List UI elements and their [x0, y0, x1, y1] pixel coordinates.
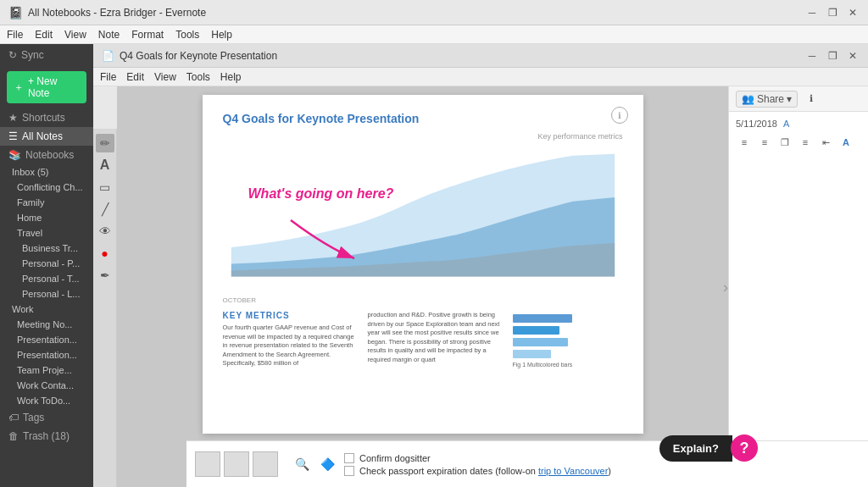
thumbnail-1[interactable]	[195, 451, 220, 477]
sidebar-inbox[interactable]: Inbox (5)	[0, 164, 93, 180]
align-right-icon[interactable]: ≡	[797, 134, 814, 151]
sidebar-item-notebooks[interactable]: 📚 Notebooks	[0, 146, 93, 164]
checkbox-2[interactable]	[344, 466, 354, 476]
inner-menu-file[interactable]: File	[100, 71, 116, 83]
check-item-1: Confirm dogsitter	[344, 453, 860, 463]
inner-minimize-button[interactable]: ─	[805, 49, 819, 63]
key-metrics-text: Our fourth quarter GAAP revenue and Cost…	[223, 324, 359, 368]
font-color-icon[interactable]: A	[837, 134, 854, 151]
x-axis-label: OCTOBER	[223, 296, 623, 304]
window-title: All Notebooks - Ezra Bridger - Evernote	[28, 7, 206, 19]
star-icon: ★	[8, 112, 18, 124]
sidebar-home[interactable]: Home	[0, 210, 93, 225]
sidebar-item-trash[interactable]: 🗑 Trash (18)	[0, 427, 93, 445]
indent-icon[interactable]: ⇤	[817, 134, 834, 151]
sync-button[interactable]: ↻ Sync	[0, 44, 93, 66]
vancouver-link[interactable]: trip to Vancouver	[538, 466, 608, 476]
share-button[interactable]: 👥 Share ▾	[736, 91, 798, 108]
inner-restore-button[interactable]: ❐	[826, 49, 839, 63]
rectangle-tool[interactable]: ▭	[96, 178, 114, 196]
bar-caption: Fig 1 Multicolored bars	[513, 362, 623, 368]
inner-menu-view[interactable]: View	[154, 71, 176, 83]
inner-title-bar: 📄 Q4 Goals for Keynote Presentation ─ ❐ …	[93, 44, 868, 68]
menu-tools[interactable]: Tools	[175, 29, 199, 41]
line-tool[interactable]: ╱	[96, 200, 114, 219]
sidebar-team-project[interactable]: Team Proje...	[0, 362, 93, 378]
checkbox-icon[interactable]: ❐	[776, 134, 793, 151]
restore-button[interactable]: ❐	[826, 6, 839, 19]
scroll-right-arrow[interactable]: ›	[723, 278, 728, 296]
pencil-tool[interactable]: ✏	[96, 134, 114, 152]
sidebar-travel[interactable]: Travel	[0, 225, 93, 241]
inner-menu-edit[interactable]: Edit	[126, 71, 144, 83]
search-icon[interactable]: 🔍	[293, 456, 310, 473]
bar-3	[513, 338, 568, 346]
tag-icon: 🏷	[8, 412, 19, 423]
sidebar-item-shortcuts[interactable]: ★ Shortcuts	[0, 108, 93, 127]
bar-row-3	[513, 338, 623, 346]
explain-button[interactable]: Explain?	[659, 435, 728, 462]
document-area[interactable]: ℹ Q4 Goals for Keynote Presentation Key …	[117, 86, 728, 487]
info-icon: ℹ	[611, 107, 628, 124]
menu-edit[interactable]: Edit	[35, 29, 53, 41]
sidebar-family[interactable]: Family	[0, 195, 93, 210]
new-note-button[interactable]: ＋ + New Note	[7, 71, 86, 103]
sidebar-work[interactable]: Work	[0, 302, 93, 317]
title-bar: 📓 All Notebooks - Ezra Bridger - Evernot…	[0, 0, 868, 25]
sidebar-personal-l[interactable]: Personal - L...	[0, 286, 93, 302]
doc-subtitle: Key performance metrics	[223, 132, 623, 141]
sidebar-business-travel[interactable]: Business Tr...	[0, 241, 93, 256]
align-left-icon[interactable]: ≡	[736, 134, 753, 151]
inner-menu-help[interactable]: Help	[220, 71, 242, 83]
doc-bottom: KEY METRICS Our fourth quarter GAAP reve…	[223, 311, 623, 368]
menu-bar: File Edit View Note Format Tools Help	[0, 25, 868, 44]
menu-note[interactable]: Note	[98, 29, 120, 41]
sidebar-work-contacts[interactable]: Work Conta...	[0, 378, 93, 393]
inner-menu-tools[interactable]: Tools	[186, 71, 210, 83]
sidebar-work-todo[interactable]: Work ToDo...	[0, 393, 93, 408]
minimize-button[interactable]: ─	[805, 6, 819, 19]
eraser-tool[interactable]: ✒	[96, 266, 114, 285]
shield-icon[interactable]: 🔷	[319, 456, 336, 473]
align-center-icon[interactable]: ≡	[756, 134, 773, 151]
sidebar-presentation-1[interactable]: Presentation...	[0, 332, 93, 347]
sidebar-item-all-notes[interactable]: ☰ All Notes	[0, 127, 93, 146]
inner-close-button[interactable]: ✕	[846, 49, 860, 63]
bar-row-4	[513, 350, 623, 358]
sidebar-personal-p[interactable]: Personal - P...	[0, 256, 93, 271]
notes-icon: ☰	[8, 130, 18, 142]
thumbnail-2[interactable]	[224, 451, 249, 477]
record-tool[interactable]: ●	[96, 244, 114, 263]
text-tool[interactable]: A	[96, 156, 114, 174]
right-panel: 👥 Share ▾ ℹ 5/11/2018 A ≡ ≡ ❐ ≡	[728, 86, 868, 487]
trash-icon: 🗑	[8, 430, 19, 442]
share-icon: 👥	[742, 93, 754, 105]
close-button[interactable]: ✕	[846, 6, 860, 19]
check-item-2: Check passport expiration dates (follow-…	[344, 466, 860, 476]
sidebar-meeting-notes[interactable]: Meeting No...	[0, 317, 93, 332]
checkbox-1[interactable]	[344, 453, 354, 463]
inner-window: 📄 Q4 Goals for Keynote Presentation ─ ❐ …	[93, 44, 868, 487]
right-text: production and R&D. Positive growth is b…	[368, 311, 504, 368]
thumbnail-3[interactable]	[253, 451, 278, 477]
bar-1	[513, 314, 572, 323]
info-button[interactable]: ℹ	[803, 91, 820, 108]
menu-view[interactable]: View	[64, 29, 86, 41]
sidebar-item-tags[interactable]: 🏷 Tags	[0, 408, 93, 427]
sidebar-personal-t[interactable]: Personal - T...	[0, 271, 93, 286]
sidebar-presentation-2[interactable]: Presentation...	[0, 347, 93, 362]
menu-format[interactable]: Format	[131, 29, 164, 41]
inner-window-title: Q4 Goals for Keynote Presentation	[120, 50, 277, 62]
chart-container: What's going on here?	[223, 144, 623, 288]
font-icon: A	[783, 119, 789, 129]
date-info: 5/11/2018 A	[736, 119, 861, 129]
document-page: ℹ Q4 Goals for Keynote Presentation Key …	[203, 95, 643, 434]
menu-file[interactable]: File	[7, 29, 23, 41]
menu-help[interactable]: Help	[211, 29, 232, 41]
bar-row-1	[513, 314, 623, 323]
right-panel-toolbar: 👥 Share ▾ ℹ	[729, 86, 868, 112]
right-panel-content: 5/11/2018 A ≡ ≡ ❐ ≡ ⇤ A	[729, 112, 868, 163]
sidebar-conflicting[interactable]: Conflicting Ch...	[0, 180, 93, 195]
eye-tool[interactable]: 👁	[96, 222, 114, 241]
doc-title: Q4 Goals for Keynote Presentation	[223, 112, 623, 125]
